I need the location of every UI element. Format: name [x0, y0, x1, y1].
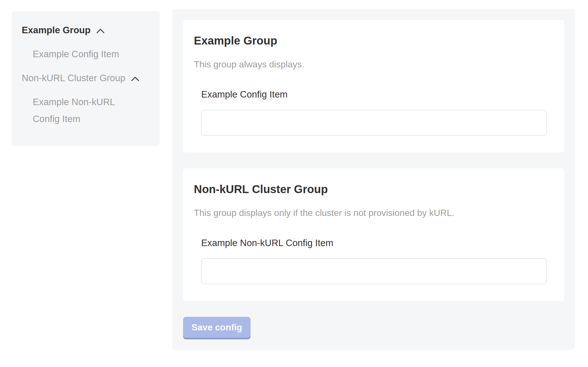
config-item-label: Example Config Item	[201, 88, 550, 101]
config-group-card-non-kurl-cluster-group: Non-kURL Cluster Group This group displa…	[183, 168, 564, 301]
config-item: Example Config Item	[201, 88, 550, 136]
config-item: Example Non-kURL Config Item	[201, 236, 550, 284]
config-group-card-example-group: Example Group This group always displays…	[183, 20, 564, 152]
sidebar-item-example-non-kurl-config-item[interactable]: Example Non-kURL Config Item	[33, 94, 127, 127]
config-area: Example Group This group always displays…	[172, 9, 575, 350]
config-sidebar: Example Group Example Config Item Non-kU…	[12, 11, 160, 146]
config-nav: Example Group Example Config Item Non-kU…	[22, 22, 152, 127]
sidebar-group-label: Example Group	[22, 22, 91, 39]
config-group-description: This group always displays.	[194, 59, 550, 70]
example-config-item-input[interactable]	[201, 110, 547, 136]
config-item-label: Example Non-kURL Config Item	[201, 236, 550, 249]
config-group-title: Example Group	[194, 34, 550, 47]
chevron-up-icon[interactable]	[131, 76, 139, 81]
sidebar-group-label: Non-kURL Cluster Group	[22, 70, 125, 87]
sidebar-group-example-group[interactable]: Example Group	[22, 22, 152, 39]
sidebar-item-example-config-item[interactable]: Example Config Item	[33, 46, 127, 63]
save-config-button[interactable]: Save config	[183, 317, 251, 338]
sidebar-group-non-kurl-cluster-group[interactable]: Non-kURL Cluster Group	[22, 70, 152, 87]
config-group-description: This group displays only if the cluster …	[194, 207, 550, 218]
config-group-title: Non-kURL Cluster Group	[194, 182, 550, 196]
example-non-kurl-config-item-input[interactable]	[201, 258, 547, 284]
chevron-up-icon[interactable]	[96, 28, 105, 34]
